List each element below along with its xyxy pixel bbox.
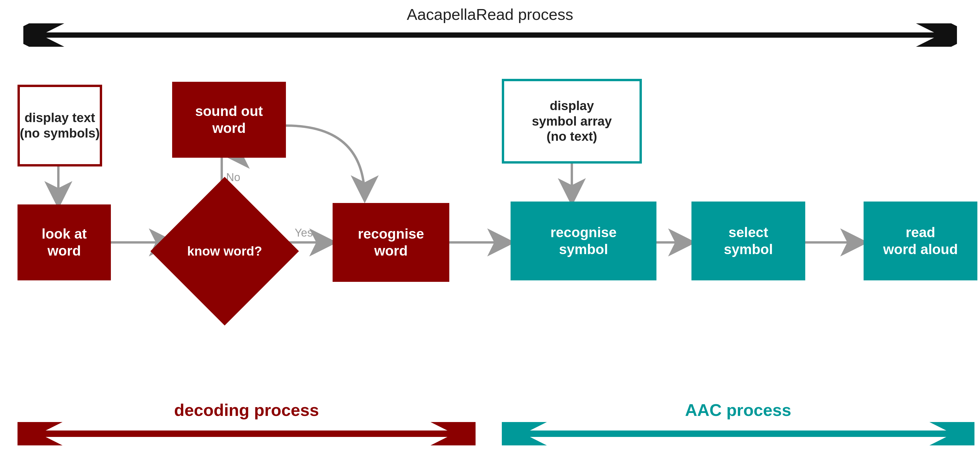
aac-label: AAC process [685,400,791,420]
read-word-aloud-label: read word aloud [883,224,958,257]
decoding-arrow-group: decoding process [18,400,476,446]
know-word-label: know word? [187,244,262,259]
sound-out-word-label: sound out word [195,103,263,136]
read-word-aloud-node: read word aloud [864,201,977,280]
recognise-word-node: recognise word [332,203,449,282]
recognise-symbol-node: recognise symbol [511,201,657,280]
display-text-node: display text (no symbols) [18,85,102,166]
recognise-symbol-label: recognise symbol [550,224,617,257]
top-arrow-label: AacapellaRead process [0,5,980,23]
look-at-word-node: look at word [18,204,111,280]
aac-arrow-group: AAC process [502,400,974,446]
look-at-word-label: look at word [42,225,87,259]
recognise-word-label: recognise word [358,225,424,259]
display-text-label: display text (no symbols) [20,110,100,141]
select-symbol-label: select symbol [724,224,773,257]
top-double-arrow [18,23,963,47]
know-word-node: know word? [150,177,299,325]
svg-text:Yes: Yes [295,227,313,239]
aac-arrow-svg [502,422,974,446]
flow-connectors: Yes No [0,0,980,460]
diagram-container: AacapellaRead process Ye [0,0,980,460]
decoding-label: decoding process [174,400,319,420]
display-symbol-array-node: display symbol array (no text) [502,79,642,164]
decoding-arrow-svg [18,422,476,446]
display-symbol-array-label: display symbol array (no text) [532,98,612,144]
sound-out-word-node: sound out word [172,82,286,158]
select-symbol-node: select symbol [692,201,805,280]
